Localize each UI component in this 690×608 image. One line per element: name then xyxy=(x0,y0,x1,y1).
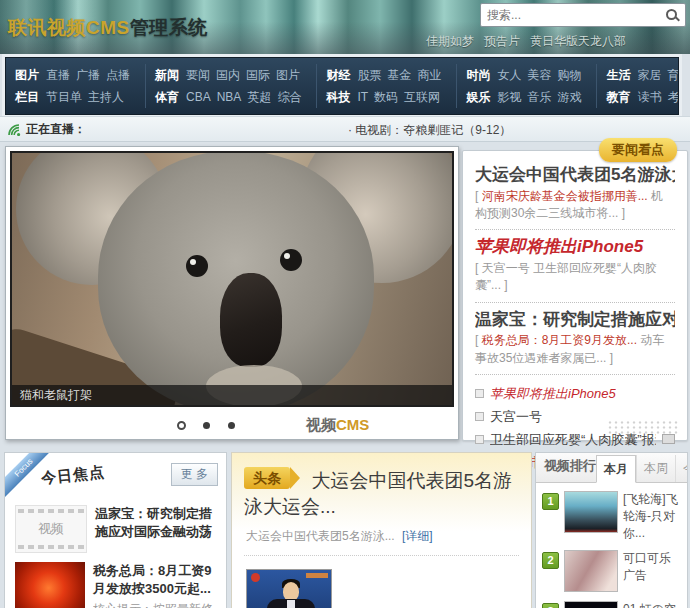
nav-link[interactable]: 家居 xyxy=(637,68,661,82)
nav-link[interactable]: NBA xyxy=(217,90,242,104)
nav-link[interactable]: 游戏 xyxy=(557,90,581,104)
nav-link[interactable]: 读书 xyxy=(637,90,661,104)
video-title[interactable]: [飞轮海]飞轮海-只对你... xyxy=(623,491,681,541)
top-story-excerpt: 大运会中国代表团5名游泳... xyxy=(246,529,395,543)
nav-link[interactable]: 基金 xyxy=(387,68,411,82)
nav-category-link[interactable]: 体育 xyxy=(155,90,179,104)
quick-link[interactable]: 预告片 xyxy=(484,34,520,48)
news-headline[interactable]: 大运会中国代表团5名游泳大... xyxy=(475,165,675,185)
nav-group: 财经股票基金商业科技IT数码互联网 xyxy=(316,64,456,108)
slider-dot[interactable] xyxy=(203,422,210,429)
news-sub-link[interactable]: 河南宋庆龄基金会被指挪用善... xyxy=(482,189,648,203)
news-subline: [ 税务总局：8月工资9月发放... 动车事故35位遇难者家属已... ] xyxy=(475,332,675,367)
focus-item-title[interactable]: 税务总局：8月工资9月发放按3500元起... xyxy=(93,562,216,598)
nav-group: 生活家居育儿健康教育读书考试留学 xyxy=(596,64,679,108)
nav-link[interactable]: 育儿 xyxy=(667,68,679,82)
nav-link[interactable]: IT xyxy=(357,90,368,104)
watermark-accent: CMS xyxy=(336,416,369,433)
news-sub-link[interactable]: [ 天宫一号 卫生部回应死婴“人肉胶囊”... ] xyxy=(475,261,657,292)
nav-category-link[interactable]: 娱乐 xyxy=(466,90,490,104)
news-list-item[interactable]: 苹果即将推出iPhone5 xyxy=(475,382,675,405)
nav-link[interactable]: 图片 xyxy=(276,68,300,82)
nav-link[interactable]: 互联网 xyxy=(404,90,440,104)
nav-link[interactable]: 国内 xyxy=(216,68,240,82)
nav-link[interactable]: 女人 xyxy=(497,68,521,82)
focus-item[interactable]: 税务总局：8月工资9月发放按3500元起... 核心提示：按照最新修订的个人所得… xyxy=(15,562,216,608)
video-thumbnail[interactable] xyxy=(564,550,618,592)
nav-category-link[interactable]: 财经 xyxy=(326,68,350,82)
bullet-icon xyxy=(475,412,484,421)
featured-slider: 猫和老鼠打架 视频CMS xyxy=(5,146,459,440)
nav-link[interactable]: 英超 xyxy=(247,90,271,104)
nav-category-link[interactable]: 时尚 xyxy=(466,68,490,82)
news-list-link[interactable]: 天宫一号 xyxy=(490,405,542,428)
news-headline[interactable]: 温家宝：研究制定措施应对国... xyxy=(475,310,675,330)
ranking-tab[interactable]: 本周 xyxy=(636,455,675,482)
ranking-list: 1[飞轮海]飞轮海-只对你...2可口可乐广告301.虹の空 (Ful... xyxy=(536,483,687,608)
app-title-suffix: 管理系统 xyxy=(130,17,208,38)
search-input[interactable] xyxy=(481,8,665,22)
ranking-tab[interactable]: 本月 xyxy=(596,455,636,483)
nav-link[interactable]: CBA xyxy=(186,90,211,104)
nav-link[interactable]: 音乐 xyxy=(527,90,551,104)
nav-link[interactable]: 要闻 xyxy=(186,68,210,82)
headline-badge: 头条 xyxy=(244,467,290,489)
nav-category-link[interactable]: 新闻 xyxy=(155,68,179,82)
quick-link[interactable]: 佳期如梦 xyxy=(426,34,474,48)
koala-eye-right xyxy=(280,249,302,271)
nav-link[interactable]: 美容 xyxy=(527,68,551,82)
nav-link[interactable]: 节目单 xyxy=(46,90,82,104)
nav-link[interactable]: 购物 xyxy=(557,68,581,82)
nav-category-link[interactable]: 生活 xyxy=(606,68,630,82)
ranking-item[interactable]: 301.虹の空 (Ful... xyxy=(542,601,681,608)
video-placeholder-label: 视频 xyxy=(38,520,64,538)
nav-link[interactable]: 直播 xyxy=(46,68,70,82)
search-icon[interactable] xyxy=(665,8,680,23)
nav-link[interactable]: 数码 xyxy=(374,90,398,104)
focus-panel-title: 今日焦点 xyxy=(40,463,106,489)
ranking-item[interactable]: 1[飞轮海]飞轮海-只对你... xyxy=(542,491,681,541)
video-title[interactable]: 可口可乐广告 xyxy=(623,550,681,584)
news-sub-link: [ xyxy=(475,189,482,203)
video-thumbnail[interactable] xyxy=(564,601,618,608)
nav-link[interactable]: 商业 xyxy=(417,68,441,82)
nav-category-link[interactable]: 教育 xyxy=(606,90,630,104)
video-placeholder-thumbnail[interactable]: 视频 xyxy=(15,505,87,553)
nav-link[interactable]: 主持人 xyxy=(88,90,124,104)
nav-link[interactable]: 考试 xyxy=(667,90,679,104)
quick-link[interactable]: 黄日华版天龙八部 xyxy=(530,34,626,48)
ranking-tab[interactable]: 今日 xyxy=(675,455,688,482)
news-sub-link[interactable]: 税务总局：8月工资9月发放... xyxy=(482,333,637,347)
ranking-item[interactable]: 2可口可乐广告 xyxy=(542,550,681,592)
nav-link[interactable]: 影视 xyxy=(497,90,521,104)
slider-dot[interactable] xyxy=(177,421,186,430)
nav-category-link[interactable]: 科技 xyxy=(326,90,350,104)
news-sub-link: [ xyxy=(475,333,482,347)
news-list-link[interactable]: 苹果即将推出iPhone5 xyxy=(490,382,616,405)
news-headline[interactable]: 苹果即将推出iPhone5 xyxy=(475,237,675,257)
flower-thumbnail[interactable] xyxy=(15,562,85,608)
video-title[interactable]: 01.虹の空 (Ful... xyxy=(623,601,681,608)
focus-item-title[interactable]: 温家宝：研究制定措施应对国际金融动荡 xyxy=(95,505,216,553)
nav-link[interactable]: 综合 xyxy=(277,90,301,104)
nav-link[interactable]: 广播 xyxy=(76,68,100,82)
nav-category-link[interactable]: 图片 xyxy=(15,68,39,82)
video-thumbnail[interactable] xyxy=(564,491,618,533)
slider-image[interactable]: 猫和老鼠打架 xyxy=(10,151,454,407)
quick-links: 佳期如梦预告片黄日华版天龙八部 xyxy=(416,33,626,50)
detail-link[interactable]: [详细] xyxy=(402,529,433,543)
more-button[interactable]: 更 多 xyxy=(171,463,218,486)
nav-category-link[interactable]: 栏目 xyxy=(15,90,39,104)
slider-dot[interactable] xyxy=(228,422,235,429)
rank-number-badge: 3 xyxy=(542,603,559,608)
nav-link[interactable]: 股票 xyxy=(357,68,381,82)
slider-caption: 猫和老鼠打架 xyxy=(12,385,452,405)
live-current-program[interactable]: · 电视剧：夺粮剿匪记（9-12） xyxy=(348,122,511,139)
focus-item[interactable]: 视频 温家宝：研究制定措施应对国际金融动荡 xyxy=(15,505,216,553)
nav-link[interactable]: 点播 xyxy=(106,68,130,82)
nav-row: 栏目节目单主持人 xyxy=(15,86,136,108)
news-video-thumbnail[interactable]: ▶ xyxy=(246,569,332,608)
nav-link[interactable]: 国际 xyxy=(246,68,270,82)
nav-row: 生活家居育儿健康 xyxy=(606,64,679,86)
nav-row: 新闻要闻国内国际图片 xyxy=(155,64,307,86)
